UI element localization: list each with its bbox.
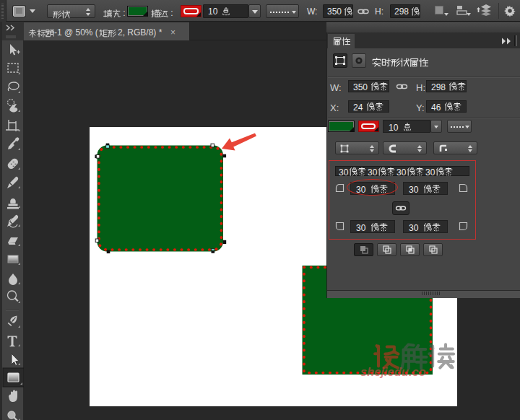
svg-text:shejiedu.co: shejiedu.co xyxy=(360,365,426,378)
